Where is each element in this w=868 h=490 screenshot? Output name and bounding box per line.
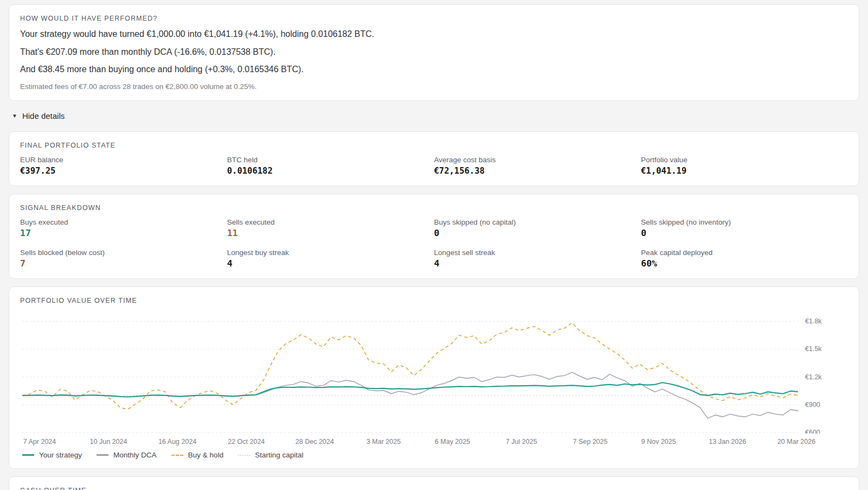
- stat-value: 0.0106182: [227, 166, 435, 176]
- stat-label: Average cost basis: [434, 156, 641, 164]
- x-tick-label: 28 Dec 2024: [296, 438, 334, 446]
- stat-sells-blocked: Sells blocked (below cost) 7: [20, 249, 227, 269]
- caret-down-icon: ▼: [12, 113, 17, 119]
- x-tick-label: 20 Mar 2026: [777, 438, 815, 446]
- fees-note: Estimated fees of €7.00 across 28 trades…: [20, 82, 848, 91]
- svg-text:€1.8k: €1.8k: [805, 317, 822, 325]
- stat-value: 60%: [641, 258, 848, 269]
- chart-legend: Your strategy Monthly DCA Buy & hold Sta…: [22, 450, 848, 461]
- x-tick-label: 13 Jan 2026: [709, 438, 746, 446]
- summary-line-buyhold: And €38.45 more than buying once and hol…: [20, 63, 848, 75]
- stat-portfolio-value: Portfolio value €1,041.19: [641, 156, 848, 176]
- svg-text:€1.5k: €1.5k: [805, 345, 822, 353]
- final-portfolio-state-card: FINAL PORTFOLIO STATE EUR balance €397.2…: [9, 131, 859, 186]
- signal-breakdown-heading: SIGNAL BREAKDOWN: [20, 204, 848, 212]
- backtest-results-page: HOW WOULD IT HAVE PERFORMED? Your strate…: [0, 0, 868, 490]
- summary-line-dca: That's €207.09 more than monthly DCA (-1…: [20, 46, 848, 58]
- stat-label: Peak capital deployed: [641, 249, 848, 257]
- legend-label: Buy & hold: [188, 451, 224, 459]
- stat-label: Longest buy streak: [227, 249, 435, 257]
- x-tick-label: 7 Sep 2025: [573, 438, 608, 446]
- cash-over-time-card: CASH OVER TIME: [9, 476, 859, 490]
- stat-label: BTC held: [227, 156, 435, 164]
- stat-buys-executed: Buys executed 17: [20, 218, 227, 238]
- legend-item-monthly-dca: Monthly DCA: [97, 451, 157, 459]
- x-tick-label: 9 Nov 2025: [641, 438, 676, 446]
- stat-value: 4: [434, 258, 641, 269]
- cash-over-time-heading: CASH OVER TIME: [20, 487, 848, 490]
- stat-label: Longest sell streak: [434, 249, 641, 257]
- stat-label: Sells executed: [227, 218, 435, 226]
- stat-value: 7: [20, 258, 227, 269]
- legend-item-your-strategy: Your strategy: [22, 451, 82, 459]
- portfolio-chart-card: PORTFOLIO VALUE OVER TIME €1.8k€1.5k€1.2…: [9, 287, 859, 469]
- x-tick-label: 7 Jul 2025: [506, 438, 537, 446]
- x-tick-label: 6 May 2025: [435, 438, 470, 446]
- stat-label: Sells blocked (below cost): [20, 249, 227, 257]
- buy-hold-line-swatch: [171, 455, 183, 456]
- monthly-dca-line-swatch: [97, 454, 108, 456]
- hide-details-toggle[interactable]: ▼ Hide details: [12, 109, 856, 124]
- stat-label: Sells skipped (no inventory): [641, 218, 848, 226]
- stat-value: 0: [641, 228, 848, 238]
- summary-line-strategy: Your strategy would have turned €1,000.0…: [20, 28, 848, 40]
- legend-item-starting-capital: Starting capital: [238, 451, 303, 459]
- stat-value: €397.25: [20, 166, 227, 176]
- stat-btc-held: BTC held 0.0106182: [227, 156, 435, 176]
- stat-longest-sell-streak: Longest sell streak 4: [434, 249, 641, 269]
- stat-average-cost-basis: Average cost basis €72,156.38: [434, 156, 641, 176]
- performance-summary-card: HOW WOULD IT HAVE PERFORMED? Your strate…: [9, 4, 859, 101]
- starting-capital-line-swatch: [238, 455, 250, 456]
- your-strategy-line-swatch: [22, 454, 34, 456]
- stat-longest-buy-streak: Longest buy streak 4: [227, 249, 435, 269]
- stat-value: €72,156.38: [434, 166, 641, 176]
- stat-value: 17: [20, 228, 227, 238]
- legend-label: Starting capital: [255, 451, 303, 459]
- svg-text:€900: €900: [805, 401, 820, 409]
- stat-value: €1,041.19: [641, 166, 848, 176]
- signal-breakdown-card: SIGNAL BREAKDOWN Buys executed 17 Sells …: [9, 194, 859, 279]
- legend-label: Monthly DCA: [113, 451, 157, 459]
- stat-buys-skipped: Buys skipped (no capital) 0: [434, 218, 641, 238]
- legend-item-buy-hold: Buy & hold: [171, 451, 224, 459]
- summary-heading: HOW WOULD IT HAVE PERFORMED?: [20, 15, 848, 22]
- hide-details-label: Hide details: [22, 111, 65, 120]
- stat-peak-capital-deployed: Peak capital deployed 60%: [641, 249, 848, 269]
- x-axis-labels: 7 Apr 202410 Jun 202416 Aug 202422 Oct 2…: [20, 434, 848, 446]
- stat-label: Buys executed: [20, 218, 227, 226]
- stat-value: 4: [227, 258, 435, 269]
- stat-label: Portfolio value: [641, 156, 848, 164]
- x-tick-label: 22 Oct 2024: [228, 438, 265, 446]
- x-tick-label: 3 Mar 2025: [366, 438, 400, 446]
- svg-text:€600: €600: [805, 429, 820, 434]
- stat-label: Buys skipped (no capital): [434, 218, 641, 226]
- stat-eur-balance: EUR balance €397.25: [20, 156, 227, 176]
- x-tick-label: 10 Jun 2024: [90, 438, 127, 446]
- stat-value: 0: [434, 228, 641, 238]
- x-tick-label: 7 Apr 2024: [23, 438, 56, 446]
- portfolio-chart-heading: PORTFOLIO VALUE OVER TIME: [20, 297, 848, 304]
- legend-label: Your strategy: [39, 451, 82, 459]
- svg-text:€1.2k: €1.2k: [805, 373, 822, 380]
- stat-sells-skipped: Sells skipped (no inventory) 0: [641, 218, 848, 238]
- portfolio-chart-canvas: €1.8k€1.5k€1.2k€900€600: [20, 312, 834, 434]
- stat-sells-executed: Sells executed 11: [227, 218, 435, 238]
- final-state-heading: FINAL PORTFOLIO STATE: [20, 142, 848, 149]
- stat-value: 11: [227, 228, 435, 238]
- x-tick-label: 16 Aug 2024: [158, 438, 196, 446]
- stat-label: EUR balance: [20, 156, 227, 164]
- portfolio-chart: €1.8k€1.5k€1.2k€900€600 7 Apr 202410 Jun…: [20, 312, 848, 461]
